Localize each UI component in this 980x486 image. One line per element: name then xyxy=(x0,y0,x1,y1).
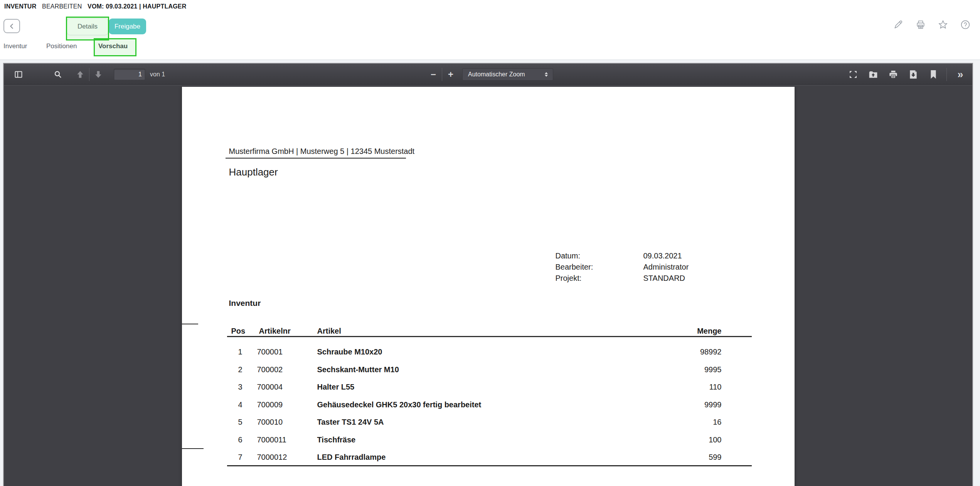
tab-vorschau[interactable]: Vorschau xyxy=(98,42,128,50)
table-row: 2 700002 Sechskant-Mutter M10 9995 xyxy=(182,365,795,375)
open-file-button[interactable] xyxy=(866,68,880,81)
sidebar-toggle-icon xyxy=(14,70,23,79)
table-row: 3 700004 Halter L55 110 xyxy=(182,383,795,393)
warehouse-name: Hauptlager xyxy=(229,166,278,178)
title-entity: INVENTUR xyxy=(4,3,36,10)
sidebar-toggle-button[interactable] xyxy=(12,68,25,81)
pdf-print-button[interactable] xyxy=(886,68,900,81)
freigabe-button-label: Freigabe xyxy=(115,23,140,30)
search-icon xyxy=(53,70,62,79)
folder-upload-icon xyxy=(868,69,878,79)
table-row: 6 7000011 Tischfräse 100 xyxy=(182,435,795,446)
cell-artikelnr: 7000011 xyxy=(257,435,286,444)
more-tools-button[interactable]: » xyxy=(953,68,967,81)
arrow-down-icon xyxy=(94,70,103,79)
meta-row: Projekt:STANDARD xyxy=(556,273,689,284)
toolbar-left-group: von 1 xyxy=(12,68,165,81)
cell-artikel: Tischfräse xyxy=(317,435,356,444)
document-table-title: Inventur xyxy=(229,299,261,308)
meta-row: Datum:09.03.2021 xyxy=(556,250,689,262)
table-row: 1 700001 Schraube M10x20 98992 xyxy=(182,348,795,358)
cell-menge: 9999 xyxy=(625,400,722,409)
toolbar-center-group: − + Automatischer Zoom xyxy=(426,68,553,81)
cell-artikelnr: 7000012 xyxy=(257,453,287,462)
fullscreen-icon xyxy=(849,70,858,79)
freigabe-button[interactable]: Freigabe xyxy=(109,19,146,34)
back-button[interactable] xyxy=(3,19,20,33)
toolbar-separator xyxy=(442,68,442,81)
cell-artikel: Sechskant-Mutter M10 xyxy=(317,365,399,374)
page-number-input[interactable] xyxy=(114,69,145,80)
zoom-in-button[interactable]: + xyxy=(444,68,458,81)
cell-menge: 9995 xyxy=(625,365,722,374)
star-icon[interactable] xyxy=(938,19,948,30)
zoom-select[interactable]: Automatischer Zoom xyxy=(462,68,553,81)
cell-menge: 16 xyxy=(625,418,722,427)
table-bottom-rule xyxy=(227,465,752,466)
tab-positionen[interactable]: Positionen xyxy=(46,42,77,50)
current-view-button[interactable] xyxy=(926,68,940,81)
pdf-content-area[interactable]: Musterfirma GmbH | Musterweg 5 | 12345 M… xyxy=(4,86,972,486)
cell-artikel: Schraube M10x20 xyxy=(317,348,382,356)
header-action-icons xyxy=(893,19,971,30)
meta-value: Administrator xyxy=(643,263,689,271)
toolbar-right-group: » xyxy=(846,68,967,81)
cell-artikelnr: 700010 xyxy=(257,418,283,427)
table-row: 7 7000012 LED Fahrradlampe 599 xyxy=(182,453,795,463)
cell-artikel: Halter L55 xyxy=(317,383,355,392)
edit-pencil-icon[interactable] xyxy=(893,19,904,30)
zoom-select-value: Automatischer Zoom xyxy=(468,71,544,78)
cell-menge: 599 xyxy=(625,453,722,462)
toolbar-separator xyxy=(89,68,89,81)
help-icon[interactable] xyxy=(960,19,971,30)
next-page-button[interactable] xyxy=(91,68,105,81)
download-icon xyxy=(908,69,918,79)
chevron-left-icon xyxy=(8,22,16,30)
details-button-label: Details xyxy=(77,23,98,30)
meta-value: STANDARD xyxy=(643,274,685,282)
cell-pos: 1 xyxy=(227,348,242,356)
document-meta-block: Datum:09.03.2021 Bearbeiter:Administrato… xyxy=(556,250,689,284)
cell-menge: 110 xyxy=(625,383,722,392)
tab-inventur[interactable]: Inventur xyxy=(3,42,27,50)
meta-row: Bearbeiter:Administrator xyxy=(556,262,689,273)
meta-label: Projekt: xyxy=(556,273,643,284)
arrow-up-icon xyxy=(76,70,84,79)
meta-value: 09.03.2021 xyxy=(643,251,682,260)
printer-icon xyxy=(888,69,898,79)
cell-pos: 7 xyxy=(227,453,242,462)
title-meta: VOM: 09.03.2021 | HAUPTLAGER xyxy=(88,3,186,10)
select-arrows-icon xyxy=(544,71,549,78)
pdf-toolbar: von 1 − + Automatischer Zoom xyxy=(4,64,972,86)
cell-pos: 2 xyxy=(227,365,242,374)
table-header-row: Pos Artikelnr Artikel Menge xyxy=(182,327,795,337)
cell-artikel: Gehäusedeckel GHK5 20x30 fertig bearbeit… xyxy=(317,400,482,409)
table-row: 5 700010 Taster TS1 24V 5A 16 xyxy=(182,418,795,428)
fold-mark xyxy=(182,448,204,449)
meta-label: Datum: xyxy=(556,250,643,262)
cell-pos: 4 xyxy=(227,400,242,409)
cell-menge: 98992 xyxy=(625,348,722,356)
zoom-out-button[interactable]: − xyxy=(426,68,440,81)
previous-page-button[interactable] xyxy=(73,68,87,81)
download-button[interactable] xyxy=(906,68,920,81)
presentation-mode-button[interactable] xyxy=(846,68,860,81)
cell-artikel: LED Fahrradlampe xyxy=(317,453,386,462)
sender-address-line: Musterfirma GmbH | Musterweg 5 | 12345 M… xyxy=(229,147,415,156)
meta-label: Bearbeiter: xyxy=(556,262,643,273)
cell-artikelnr: 700002 xyxy=(257,365,283,374)
print-icon[interactable] xyxy=(915,19,926,30)
details-button[interactable]: Details xyxy=(67,18,108,35)
cell-pos: 6 xyxy=(227,435,242,444)
cell-artikelnr: 700001 xyxy=(257,348,283,356)
document-page: Musterfirma GmbH | Musterweg 5 | 12345 M… xyxy=(182,87,795,486)
find-button[interactable] xyxy=(51,68,65,81)
pdf-viewer: von 1 − + Automatischer Zoom xyxy=(3,63,973,486)
app-header: INVENTUR BEARBEITEN VOM: 09.03.2021 | HA… xyxy=(0,0,980,59)
table-top-rule xyxy=(227,336,752,337)
column-header-menge: Menge xyxy=(625,327,722,336)
fold-mark xyxy=(182,324,198,324)
column-header-artikel: Artikel xyxy=(317,327,341,336)
toolbar-separator xyxy=(946,68,947,81)
column-header-pos: Pos xyxy=(231,327,246,336)
